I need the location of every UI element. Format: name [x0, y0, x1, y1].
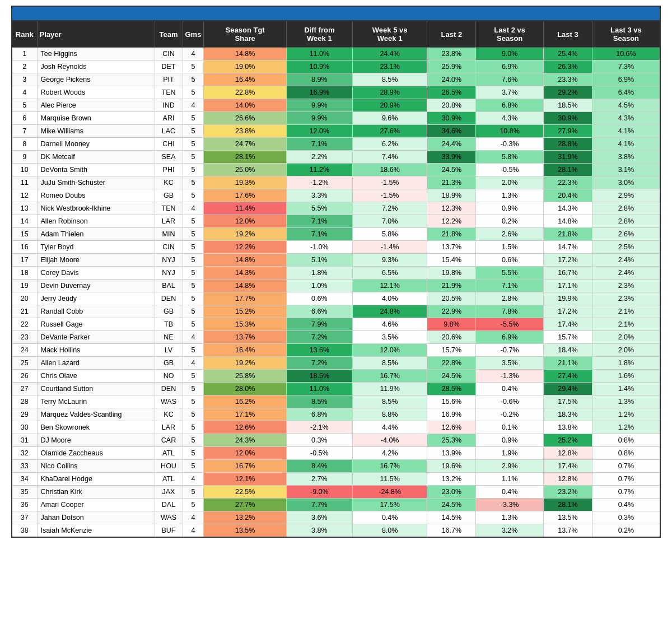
table-cell: 14.8%: [204, 280, 287, 292]
table-cell: 14.5%: [427, 511, 476, 524]
table-cell: Allen Lazard: [37, 357, 155, 370]
table-cell: 9.6%: [352, 112, 427, 125]
table-row: 32Olamide ZaccheausATL512.0%-0.5%4.2%13.…: [12, 447, 660, 460]
table-cell: 16.7%: [427, 524, 476, 538]
table-cell: 18.4%: [543, 344, 592, 357]
table-cell: 18.3%: [543, 408, 592, 421]
table-cell: 16.4%: [204, 344, 287, 357]
table-cell: 7.1%: [286, 228, 352, 241]
table-cell: 5: [183, 280, 204, 292]
table-cell: 5: [183, 73, 204, 86]
table-row: 21Randall CobbGB515.2%6.6%24.8%22.9%7.8%…: [12, 305, 660, 318]
table-cell: 4: [183, 99, 204, 112]
table-cell: 10: [12, 164, 37, 176]
header-row: Rank Player Team Gms Season TgtShare Dif…: [12, 21, 660, 48]
table-cell: Russell Gage: [37, 318, 155, 331]
table-cell: 7.6%: [476, 73, 544, 86]
table-cell: 0.7%: [592, 460, 660, 473]
table-cell: 19.2%: [204, 228, 287, 241]
table-cell: DAL: [155, 499, 183, 511]
table-row: 12Romeo DoubsGB517.6%3.3%-1.5%18.9%1.3%2…: [12, 189, 660, 202]
table-row: 36Amari CooperDAL527.7%7.7%17.5%24.5%-3.…: [12, 499, 660, 511]
table-cell: 5: [183, 318, 204, 331]
table-cell: 5: [183, 305, 204, 318]
table-cell: -24.8%: [352, 486, 427, 499]
table-cell: ATL: [155, 473, 183, 486]
table-cell: Alec Pierce: [37, 99, 155, 112]
data-table: Rank Player Team Gms Season TgtShare Dif…: [11, 20, 661, 538]
table-row: 7Mike WilliamsLAC523.8%12.0%27.6%34.6%10…: [12, 125, 660, 138]
table-cell: 4.2%: [352, 447, 427, 460]
table-cell: 14: [12, 215, 37, 228]
table-cell: 17.7%: [204, 292, 287, 305]
table-cell: 0.4%: [476, 486, 544, 499]
table-cell: 12.0%: [352, 344, 427, 357]
table-cell: 2.0%: [592, 331, 660, 344]
table-cell: 7.4%: [352, 151, 427, 164]
table-row: 22Russell GageTB515.3%7.9%4.6%9.8%-5.5%1…: [12, 318, 660, 331]
table-cell: 19.9%: [543, 292, 592, 305]
table-cell: 5: [12, 99, 37, 112]
table-cell: 2.3%: [592, 292, 660, 305]
table-cell: 11.5%: [352, 473, 427, 486]
table-cell: 24.5%: [427, 164, 476, 176]
table-cell: 25: [12, 357, 37, 370]
table-cell: 7.1%: [286, 138, 352, 151]
table-row: 17Elijah MooreNYJ514.8%5.1%9.3%15.4%0.6%…: [12, 254, 660, 267]
table-cell: 2.8%: [592, 215, 660, 228]
table-cell: -0.2%: [476, 408, 544, 421]
table-cell: Tee Higgins: [37, 48, 155, 60]
table-row: 2Josh ReynoldsDET519.0%10.9%23.1%25.9%6.…: [12, 60, 660, 73]
table-cell: 5: [183, 125, 204, 138]
table-cell: 3.7%: [476, 86, 544, 99]
table-cell: 5: [183, 383, 204, 395]
table-row: 1Tee HigginsCIN414.8%11.0%24.4%23.8%9.0%…: [12, 48, 660, 60]
col-player: Player: [37, 21, 155, 48]
table-cell: 16.7%: [543, 267, 592, 280]
table-cell: 3.8%: [286, 524, 352, 538]
table-cell: LV: [155, 344, 183, 357]
table-cell: 5: [183, 112, 204, 125]
table-cell: 15.7%: [543, 331, 592, 344]
table-row: 20Jerry JeudyDEN517.7%0.6%4.0%20.5%2.8%1…: [12, 292, 660, 305]
table-cell: 26.5%: [427, 86, 476, 99]
table-cell: 18.9%: [427, 189, 476, 202]
table-row: 18Corey DavisNYJ514.3%1.8%6.5%19.8%5.5%1…: [12, 267, 660, 280]
table-cell: 2.1%: [592, 318, 660, 331]
table-cell: 9.3%: [352, 254, 427, 267]
table-cell: 29.2%: [543, 86, 592, 99]
table-cell: 4.1%: [592, 138, 660, 151]
table-cell: ARI: [155, 112, 183, 125]
table-cell: 13.7%: [204, 331, 287, 344]
main-container: Rank Player Team Gms Season TgtShare Dif…: [11, 6, 661, 538]
table-cell: 6.8%: [286, 408, 352, 421]
table-cell: 7.3%: [592, 60, 660, 73]
table-cell: 24.4%: [427, 138, 476, 151]
table-cell: TB: [155, 318, 183, 331]
table-cell: 20.4%: [543, 189, 592, 202]
table-cell: 15.7%: [427, 344, 476, 357]
table-cell: 5: [183, 60, 204, 73]
table-cell: 16.9%: [427, 408, 476, 421]
table-cell: 4.6%: [352, 318, 427, 331]
table-cell: ATL: [155, 447, 183, 460]
table-cell: 7.0%: [352, 215, 427, 228]
table-cell: NE: [155, 331, 183, 344]
table-cell: 23.8%: [204, 125, 287, 138]
table-cell: 4: [183, 357, 204, 370]
table-cell: CHI: [155, 138, 183, 151]
table-cell: 2.8%: [592, 202, 660, 215]
table-cell: 16.7%: [352, 370, 427, 383]
table-cell: -0.7%: [476, 344, 544, 357]
table-cell: 17.1%: [543, 280, 592, 292]
table-cell: WAS: [155, 511, 183, 524]
table-cell: 2: [12, 60, 37, 73]
table-cell: 3.2%: [476, 524, 544, 538]
table-cell: 8.8%: [352, 408, 427, 421]
table-cell: 3.8%: [592, 151, 660, 164]
table-cell: 5.1%: [286, 254, 352, 267]
table-cell: 25.9%: [427, 60, 476, 73]
table-cell: 1.3%: [592, 395, 660, 408]
table-cell: 2.2%: [286, 151, 352, 164]
table-cell: 2.7%: [286, 473, 352, 486]
